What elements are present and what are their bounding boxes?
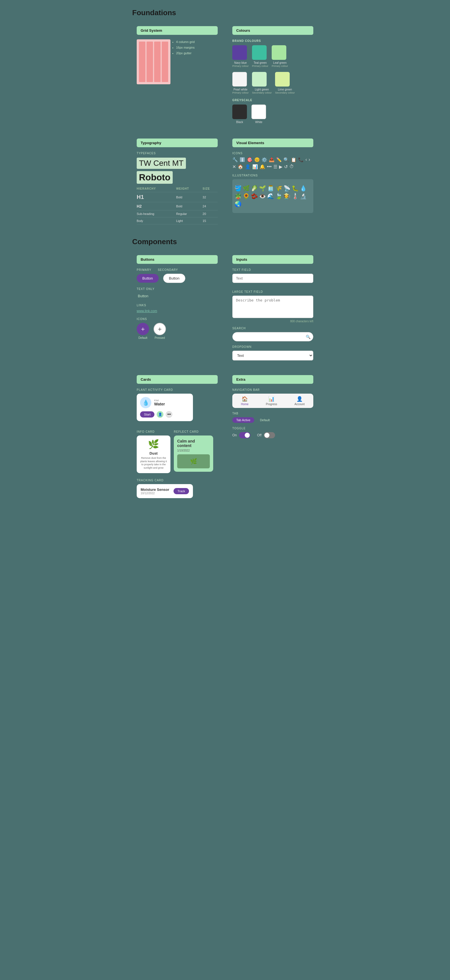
navy-box	[232, 45, 247, 60]
avatar: 👤	[156, 411, 163, 418]
icon-wrench: 🔧	[232, 157, 238, 162]
grid-system-header: Grid System	[137, 26, 218, 35]
body-weight: Light	[176, 218, 203, 224]
colours-card: Colours BRAND COLOURS Navy blue Primary …	[228, 22, 318, 129]
icon-info: ℹ️	[239, 157, 245, 162]
illus-17: 🌡️	[292, 193, 299, 199]
tab-default[interactable]: Default	[260, 417, 270, 423]
grid-spec-3: 20px gutter	[176, 51, 195, 56]
h2-sample: H2	[137, 202, 176, 210]
toggle-off-label: Off	[257, 433, 262, 437]
icon-export: 📤	[269, 157, 274, 162]
icon-btn-default-wrap: ＋ Default	[137, 323, 149, 339]
search-wrap: 🔍	[232, 332, 313, 341]
start-button[interactable]: Start	[140, 411, 155, 417]
table-row: Body Light 15	[137, 218, 218, 224]
toggle-off-switch[interactable]	[264, 432, 275, 438]
white-box	[251, 105, 266, 119]
icon-refresh: ↺	[284, 164, 288, 169]
leaf-sub: Primary colour	[272, 65, 288, 67]
primary-secondary-row: Button Button	[137, 274, 218, 283]
colour-leaf: Leaf green Primary colour	[272, 45, 288, 67]
icon-close: ✕	[232, 164, 236, 169]
illus-14: 🌊	[267, 193, 274, 199]
tab-active[interactable]: Tab Active	[232, 417, 254, 423]
account-icon: 👤	[297, 396, 303, 402]
toggle-on-group: On	[232, 432, 250, 438]
plant-activity-label: PLANT ACTIVITY CARD	[137, 388, 218, 391]
inputs-header: Inputs	[232, 255, 313, 264]
search-icon: 🔍	[306, 335, 311, 339]
illus-9: 💧	[300, 185, 307, 192]
icon-btn-pressed-wrap: ＋ Pressed	[153, 323, 166, 339]
more-button[interactable]: •••	[166, 411, 172, 418]
nav-item-account[interactable]: 👤 Account	[294, 396, 305, 406]
text-input-field[interactable]	[232, 274, 313, 283]
primary-label-text: PRIMARY	[137, 268, 151, 271]
h1-sample: H1	[137, 192, 176, 202]
colour-teal: Teal green Primary colour	[252, 45, 268, 67]
illus-1: 🪣	[235, 185, 242, 192]
secondary-colour-swatches: Pearl white Primary colour Light green S…	[232, 72, 313, 94]
colour-navy: Navy blue Primary colour	[232, 45, 249, 67]
lime-name: Lime green	[275, 88, 295, 91]
text-only-button[interactable]: Button	[137, 293, 150, 299]
search-label: SEARCH	[232, 327, 313, 330]
illus-16: 🧑‍🌾	[284, 193, 290, 199]
reflect-card-wrap: REFLECT CARD Calm and content 1/10/2022 …	[174, 427, 213, 473]
icon-home: 🏠	[238, 164, 243, 169]
illus-4: 🌱	[259, 185, 266, 192]
icon-button-pressed[interactable]: ＋	[153, 323, 166, 335]
icon-chart: 📊	[252, 164, 258, 169]
visual-elements-card: Visual Elements ICONS 🔧 ℹ️ 🎯 😊 ⚙️ 📤 ✏️ 🔍…	[228, 134, 318, 229]
illus-5: 🫙	[267, 185, 274, 192]
light-green-sub: Secondary colour	[252, 91, 272, 94]
plant-action: Water	[154, 402, 190, 406]
toggle-on-label: On	[232, 433, 237, 437]
plant-name: Kiwi	[154, 399, 190, 402]
illus-2: 🌿	[243, 185, 250, 192]
tracking-card-label: TRACKING CARD	[137, 479, 218, 482]
icon-button-default[interactable]: ＋	[137, 323, 149, 335]
icon-smile: 😊	[254, 157, 260, 162]
icons-buttons-label: ICONS	[137, 318, 218, 321]
grid-visual	[137, 39, 171, 84]
grid-system-card: Grid System 4 column grid 16px margins 2…	[132, 22, 222, 129]
teal-sub: Primary colour	[252, 65, 268, 67]
plant-card-header: 💧 Kiwi Water	[140, 397, 190, 408]
plant-card-footer: Start 👤 •••	[140, 411, 190, 418]
track-button[interactable]: Track	[174, 488, 189, 494]
illus-6: 🌾	[275, 185, 282, 192]
illus-15: 🍃	[275, 193, 282, 199]
nav-item-progress[interactable]: 📊 Progress	[266, 396, 277, 406]
illus-13: 👁️	[259, 193, 266, 199]
link-text[interactable]: www.link.com	[137, 309, 157, 313]
secondary-button[interactable]: Button	[163, 274, 186, 283]
buttons-card: Buttons PRIMARY SECONDARY Button Button …	[132, 251, 222, 365]
table-row: H2 Bold 24	[137, 202, 218, 210]
weight-col-header: WEIGHT	[176, 187, 203, 192]
search-input[interactable]	[232, 332, 313, 341]
pearl-sub: Primary colour	[232, 91, 249, 94]
icon-chevron-right: ›	[308, 157, 310, 162]
nav-item-home[interactable]: 🏠 Home	[241, 396, 249, 406]
icon-search2: 🔍	[284, 157, 289, 162]
colours-header: Colours	[232, 26, 313, 35]
grid-spec-2: 16px margins	[176, 45, 195, 51]
typography-card: Typography TYPEFACES TW Cent MT Roboto H…	[132, 134, 222, 229]
icon-phone: 📞	[298, 157, 304, 162]
dropdown-select[interactable]: Text	[232, 351, 313, 361]
font-display-twcent: TW Cent MT	[137, 158, 186, 169]
large-text-field-label: LARGE TEXT FIELD	[232, 290, 313, 293]
large-text-input[interactable]	[232, 296, 313, 318]
illus-7: 📡	[284, 185, 290, 192]
plant-icon: 💧	[140, 397, 151, 408]
reflect-card: Calm and content 1/10/2022 🌿	[174, 436, 213, 472]
navy-name: Navy blue	[232, 61, 249, 65]
icon-clip: 📋	[291, 157, 297, 162]
primary-button[interactable]: Button	[137, 274, 159, 283]
toggle-on-switch[interactable]	[239, 432, 250, 438]
icons-label: ICONS	[232, 152, 313, 155]
body-size: 15	[203, 218, 218, 224]
icon-gear: ⚙️	[262, 157, 267, 162]
